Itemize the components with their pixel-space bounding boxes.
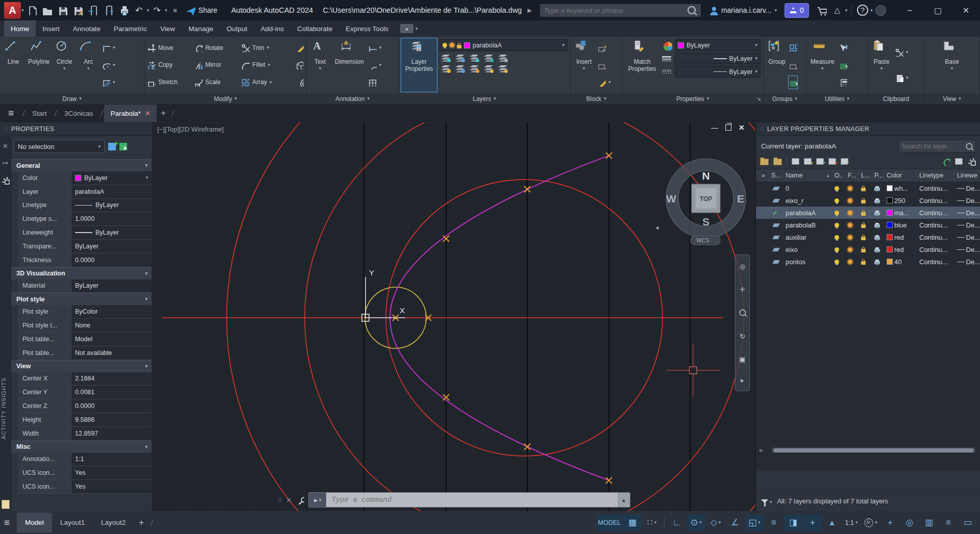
group-selection-toggle[interactable]: [789, 76, 797, 89]
section-3d-visualization[interactable]: 3D Visualization▾: [11, 267, 152, 279]
col-plot[interactable]: P...: [872, 169, 885, 182]
panel-label-draw[interactable]: Draw▾: [0, 93, 144, 104]
object-snap-tracking-toggle[interactable]: ∠: [726, 515, 744, 531]
new-property-filter-icon[interactable]: [760, 159, 769, 165]
layer-states-icon[interactable]: [792, 158, 799, 165]
file-tab-3conicas[interactable]: 3Cónicas: [58, 105, 99, 122]
health-alert-badge[interactable]: 0: [785, 3, 809, 18]
account-menu[interactable]: mariana.i.carv...▾: [708, 5, 777, 15]
apps-caret-icon[interactable]: ▾: [845, 8, 848, 13]
explode-button[interactable]: [295, 59, 304, 71]
scale-button[interactable]: Scale: [194, 76, 240, 89]
prop-row-plot-style-table[interactable]: Plot style t...None: [18, 319, 152, 333]
col-color[interactable]: Color: [885, 169, 917, 182]
object-snap-toggle[interactable]: ◱▾: [745, 515, 764, 531]
search-input[interactable]: [540, 7, 688, 14]
prop-row-thickness[interactable]: Thickness0.0000: [18, 253, 152, 267]
delete-layer-icon[interactable]: ×: [828, 158, 836, 165]
minimize-button[interactable]: –: [896, 0, 924, 20]
panel-label-block[interactable]: Block▾: [571, 93, 622, 104]
col-status[interactable]: S...: [769, 169, 783, 182]
insert-block-button[interactable]: Insert▾: [573, 38, 595, 92]
zoom-icon[interactable]: [739, 310, 746, 316]
col-lineweight[interactable]: Linewe: [955, 169, 980, 182]
prop-row-linetype[interactable]: LinetypeByLayer: [18, 199, 152, 213]
command-close-icon[interactable]: ✕: [286, 496, 292, 504]
redo-caret-icon[interactable]: ▾: [165, 8, 167, 13]
create-block-button[interactable]: [597, 41, 611, 54]
layer-make-current-button[interactable]: [497, 53, 507, 62]
prop-row-color[interactable]: ColorByLayer▾: [18, 171, 152, 185]
prop-row-lineweight[interactable]: LineweightByLayer: [18, 226, 152, 240]
tab-parametric[interactable]: Parametric: [107, 20, 154, 37]
title-expand-icon[interactable]: ▶: [527, 7, 531, 14]
section-plot-style[interactable]: Plot style▾: [11, 293, 152, 305]
prop-row-center-x[interactable]: Center X2.1684: [18, 372, 152, 386]
panel-label-annotation[interactable]: Annotation▾: [307, 93, 398, 104]
tab-addins[interactable]: Add-ins: [254, 20, 290, 37]
tab-insert[interactable]: Insert: [36, 20, 66, 37]
measure-button[interactable]: Measure▾: [809, 38, 836, 92]
copy-clip-button[interactable]: ▾: [895, 71, 909, 84]
file-tab-parabola[interactable]: Parabola*✕: [104, 105, 157, 122]
showmotion-icon[interactable]: ▣: [739, 355, 745, 363]
model-space-toggle[interactable]: MODEL: [597, 515, 622, 531]
save-to-web-mobile-button[interactable]: [101, 3, 116, 18]
hatch-button[interactable]: ▾: [102, 76, 115, 89]
layer-lock-button[interactable]: [482, 53, 493, 62]
select-objects-button[interactable]: [119, 143, 127, 150]
linetype-dropdown[interactable]: ByLayer▾: [675, 66, 761, 78]
palette-autohide-icon[interactable]: ↦: [3, 159, 8, 167]
leader-button[interactable]: ▾: [368, 59, 382, 71]
viewport-controls-label[interactable]: [−][Top][2D Wireframe]: [157, 125, 224, 133]
command-recent-icon[interactable]: ▸▾: [309, 493, 326, 507]
layer-settings-doc-icon[interactable]: [955, 158, 963, 165]
layer-on-button[interactable]: [439, 63, 450, 72]
fillet-button[interactable]: Fillet▾: [241, 59, 294, 71]
invert-filter-icon[interactable]: ▾: [761, 497, 772, 505]
annotation-monitor-toggle[interactable]: +: [881, 515, 899, 531]
open-from-web-mobile-button[interactable]: [86, 3, 101, 18]
layer-search-box[interactable]: [898, 140, 976, 152]
cut-button[interactable]: ▾: [895, 46, 909, 59]
layout2-tab[interactable]: Layout2: [93, 513, 134, 532]
redo-button[interactable]: ↷: [150, 3, 164, 18]
trim-button[interactable]: Trim▾: [241, 41, 294, 54]
share-button[interactable]: Share: [185, 5, 217, 15]
layer-row-eixo_r[interactable]: eixo_r 250 Continu... De...: [756, 194, 980, 207]
edit-block-button[interactable]: [597, 59, 611, 71]
panel-label-modify[interactable]: Modify▾: [144, 93, 306, 104]
new-layer-icon[interactable]: +: [804, 158, 812, 165]
viewcube-south[interactable]: S: [702, 216, 709, 227]
plot-button[interactable]: [116, 3, 131, 18]
viewport-restore-icon[interactable]: [725, 124, 731, 131]
autodesk-apps-button[interactable]: △: [830, 3, 845, 18]
pan-icon[interactable]: ✛: [740, 286, 745, 293]
table-button[interactable]: [368, 76, 382, 89]
layout1-tab[interactable]: Layout1: [52, 513, 93, 532]
edit-attributes-button[interactable]: ▾: [597, 76, 611, 89]
command-grip-icon[interactable]: ⁞⁞: [278, 497, 282, 503]
on-icon[interactable]: [835, 186, 839, 191]
annotation-visibility-toggle[interactable]: ▴: [823, 515, 841, 531]
customize-status-button[interactable]: ≡: [939, 515, 958, 531]
layer-row-parabolaA[interactable]: ✓ parabolaA ma... Continu... De...: [756, 207, 980, 219]
activity-insights-icon[interactable]: [2, 500, 10, 509]
panel-label-view[interactable]: View▾: [924, 93, 979, 104]
clean-screen-toggle[interactable]: ▭: [959, 515, 977, 531]
layer-off-button[interactable]: [439, 53, 450, 62]
col-lock[interactable]: L...: [859, 169, 872, 182]
annotation-scale-control[interactable]: 1:1▾: [842, 515, 861, 531]
model-tab[interactable]: Model: [17, 513, 52, 532]
command-customize-icon[interactable]: [296, 496, 304, 504]
prop-row-ucs-icon-on[interactable]: UCS icon...Yes: [18, 466, 152, 480]
undo-button[interactable]: ↶: [132, 3, 146, 18]
tab-view[interactable]: View: [154, 20, 182, 37]
section-general[interactable]: General▾: [11, 159, 152, 171]
lineweight-dropdown[interactable]: ByLayer▾: [675, 53, 761, 64]
color-swatch[interactable]: [887, 185, 893, 191]
lpm-settings-gear-icon[interactable]: [967, 157, 976, 166]
undo-caret-icon[interactable]: ▾: [147, 8, 150, 13]
prop-row-linetype-scale[interactable]: Linetype s...1.0000: [18, 212, 152, 226]
layer-thaw-button[interactable]: [468, 63, 478, 72]
